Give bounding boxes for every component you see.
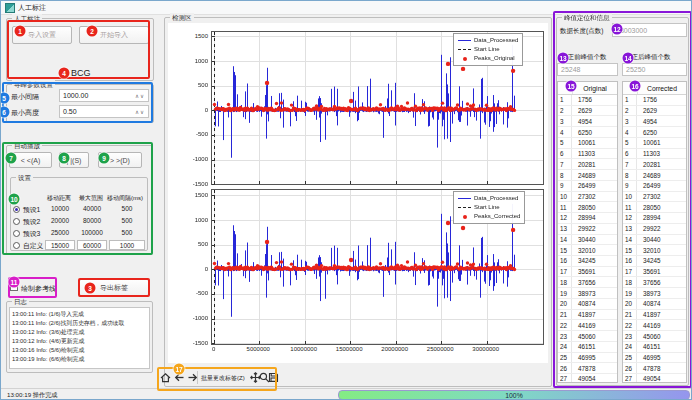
- preset-radio[interactable]: [13, 206, 20, 213]
- table-row[interactable]: 2141897: [623, 310, 686, 321]
- custom-value-input[interactable]: 15000: [45, 240, 75, 250]
- group-peak-info-label: 峰值定位和信息: [562, 13, 612, 22]
- table-row[interactable]: 1837656: [623, 277, 686, 288]
- spinner-arrows-icon[interactable]: ∧∨: [135, 93, 145, 99]
- table-row[interactable]: 824689: [623, 170, 686, 181]
- table-row[interactable]: 1329922: [623, 224, 686, 235]
- table-row[interactable]: 34954: [558, 116, 617, 127]
- log-list[interactable]: 13:00:11 Info: (1/6)导入完成13:00:11 Info: (…: [9, 307, 150, 369]
- table-row[interactable]: 1837656: [558, 277, 617, 288]
- save-icon[interactable]: [268, 371, 279, 384]
- legend-label: Data_Processed: [474, 194, 518, 203]
- x-tick-label: 0: [212, 346, 215, 352]
- table-row[interactable]: 2345060: [623, 331, 686, 342]
- peak-value-cell: 1756: [637, 96, 657, 103]
- table-row[interactable]: 2040874: [623, 299, 686, 310]
- table-row[interactable]: 1128050: [558, 202, 617, 213]
- table-row[interactable]: 46250: [623, 127, 686, 138]
- custom-value-input[interactable]: 1000: [109, 240, 145, 250]
- table-row[interactable]: 46250: [558, 127, 617, 138]
- table-row[interactable]: 926499: [558, 181, 617, 192]
- legend-entry: Data_Processed: [458, 36, 518, 45]
- table-row[interactable]: 1430440: [558, 235, 617, 246]
- peak-value-cell: 37656: [572, 279, 596, 286]
- table-row[interactable]: 1128050: [623, 202, 686, 213]
- table-row[interactable]: 2446151: [623, 342, 686, 353]
- table-row[interactable]: 1938973: [558, 288, 617, 299]
- y-tick-label: 1000: [181, 58, 208, 64]
- y-tick-label: 500: [181, 241, 208, 247]
- annotation-circle: 15: [566, 81, 577, 92]
- table-row[interactable]: 1228994: [558, 213, 617, 224]
- table-row[interactable]: 11756: [623, 95, 686, 106]
- table-row[interactable]: 2749054: [623, 374, 686, 382]
- min-interval-spinbox[interactable]: 1000.00 ∧∨: [59, 89, 149, 102]
- table-row[interactable]: 2141897: [558, 310, 617, 321]
- table-row[interactable]: 22629: [558, 106, 617, 117]
- table-row[interactable]: 1532010: [623, 245, 686, 256]
- table-row[interactable]: 1329922: [558, 224, 617, 235]
- table-row[interactable]: 34954: [623, 116, 686, 127]
- table-row[interactable]: 510061: [623, 138, 686, 149]
- row-number-cell: 17: [558, 267, 572, 277]
- row-number-cell: 27: [623, 374, 637, 382]
- table-row[interactable]: 1027302: [558, 192, 617, 203]
- peak-value-cell: 41897: [572, 311, 596, 318]
- table-row[interactable]: 1228994: [623, 213, 686, 224]
- corrected-peaks-table[interactable]: Corrected 117562262934954462505100616113…: [622, 81, 687, 383]
- batch-edit-labels-button[interactable]: 批量更改标签(Z): [201, 374, 245, 383]
- table-row[interactable]: 1027302: [623, 192, 686, 203]
- table-row[interactable]: 1634245: [623, 256, 686, 267]
- table-row[interactable]: 1430440: [623, 235, 686, 246]
- table-row[interactable]: 510061: [558, 138, 617, 149]
- annotation-circle: 7: [6, 153, 17, 164]
- preset-radio[interactable]: [13, 218, 20, 225]
- table-row[interactable]: 1634245: [558, 256, 617, 267]
- table-row[interactable]: 2244169: [623, 320, 686, 331]
- table-row[interactable]: 720281: [623, 159, 686, 170]
- log-line: 13:00:11 Info: (1/6)导入完成: [12, 310, 147, 319]
- table-row[interactable]: 926499: [623, 181, 686, 192]
- row-number-cell: 5: [558, 138, 572, 148]
- table-row[interactable]: 2647878: [623, 363, 686, 374]
- table-row[interactable]: 2546995: [623, 353, 686, 364]
- table-row[interactable]: 2647878: [558, 363, 617, 374]
- table-row[interactable]: 1735691: [558, 267, 617, 278]
- y-tick-label: -500: [181, 290, 208, 296]
- log-line: 13:00:16 Info: (5/6)绘制完成: [12, 346, 147, 355]
- annotation-circle: 3: [85, 283, 96, 294]
- table-row[interactable]: 1532010: [558, 245, 617, 256]
- preset-radio[interactable]: [13, 230, 20, 237]
- legend-bottom-plot: Data_ProcessedStart LinePeaks_Corrected: [453, 191, 525, 224]
- peak-value-cell: 20281: [637, 161, 661, 168]
- table-row[interactable]: 720281: [558, 159, 617, 170]
- table-row[interactable]: 2244169: [558, 320, 617, 331]
- row-number-cell: 4: [558, 127, 572, 137]
- table-row[interactable]: 1938973: [623, 288, 686, 299]
- table-row[interactable]: 2546995: [558, 353, 617, 364]
- original-peaks-table[interactable]: Original 1175622629349544625051006161130…: [557, 81, 618, 383]
- min-height-spinbox[interactable]: 0.50 ∧∨: [59, 105, 149, 118]
- peak-value-cell: 29922: [572, 225, 596, 232]
- table-row[interactable]: 2446151: [558, 342, 617, 353]
- custom-value-input[interactable]: 60000: [77, 240, 107, 250]
- group-peak-params-label: 寻峰参数设置: [12, 80, 55, 89]
- table-row[interactable]: 824689: [558, 170, 617, 181]
- preset-label: 自定义: [23, 241, 43, 251]
- home-icon[interactable]: [160, 371, 171, 384]
- spinner-arrows-icon[interactable]: ∧∨: [135, 109, 145, 115]
- row-number-cell: 9: [623, 181, 637, 191]
- row-number-cell: 7: [623, 159, 637, 169]
- table-row[interactable]: 11756: [558, 95, 617, 106]
- row-number-cell: 16: [623, 256, 637, 266]
- table-row[interactable]: 22629: [623, 106, 686, 117]
- peak-value-cell: 24689: [572, 172, 596, 179]
- table-row[interactable]: 2345060: [558, 331, 617, 342]
- table-row[interactable]: 2749054: [558, 374, 617, 382]
- table-row[interactable]: 2040874: [558, 299, 617, 310]
- peak-value-cell: 28994: [572, 214, 596, 221]
- preset-radio[interactable]: [13, 242, 20, 249]
- table-row[interactable]: 611303: [623, 149, 686, 160]
- table-row[interactable]: 1735691: [623, 267, 686, 278]
- table-row[interactable]: 611303: [558, 149, 617, 160]
